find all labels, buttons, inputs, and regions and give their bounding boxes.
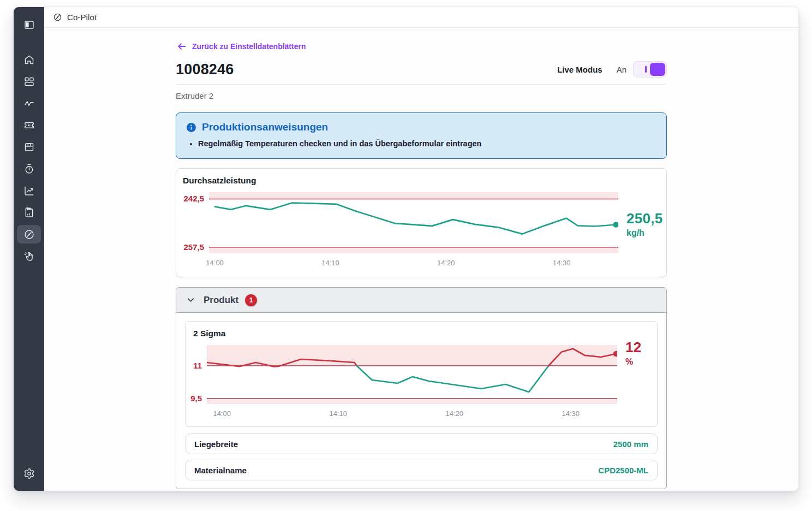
current-value-number: 250,5: [626, 211, 663, 226]
x-axis-tick: 14:10: [314, 259, 347, 267]
current-value: 250,5kg/h: [626, 211, 663, 239]
produkt-header[interactable]: Produkt 1: [176, 288, 666, 313]
back-link[interactable]: Zurück zu Einstelldatenblättern: [177, 42, 306, 51]
chart-title: Durchsatzleistung: [182, 176, 661, 186]
clipboard-icon: [23, 207, 35, 218]
durchsatzleistung-card: Durchsatzleistung 242,5257,514:0014:1014…: [176, 168, 667, 277]
ticket-icon: [23, 120, 35, 131]
x-axis-tick: 14:30: [554, 409, 587, 418]
produkt-section: Produkt 1 2 Sigma 119,514:0014:1014:2014…: [176, 287, 667, 489]
live-modus-cluster: Live Modus An: [557, 61, 667, 78]
sidebar-item-reports[interactable]: [17, 201, 41, 223]
sidebar-item-ticket[interactable]: [17, 114, 41, 136]
y-axis-label: 257,5: [182, 241, 204, 253]
current-value-unit: %: [625, 356, 642, 368]
materialname-row: Materialname CPD2500-ML: [185, 460, 658, 480]
chart-plot: [209, 192, 618, 253]
hand-pointer-icon: [23, 251, 35, 262]
sidebar-item-activity[interactable]: [17, 92, 41, 114]
produkt-count-badge: 1: [245, 294, 257, 306]
x-axis-tick: 14:30: [545, 259, 578, 267]
sidebar-item-dashboard[interactable]: [17, 70, 41, 92]
app-title: Co-Pilot: [67, 13, 97, 22]
toggle-on-mark: [645, 66, 647, 73]
info-box-item: Regelmäßig Temperaturen checken und in d…: [198, 138, 656, 149]
activity-icon: [23, 98, 35, 109]
y-axis-label: 242,5: [182, 193, 204, 205]
sigma-chart: 119,514:0014:1014:2014:3012%: [190, 345, 653, 421]
home-icon: [23, 54, 35, 66]
current-value: 12%: [625, 340, 642, 368]
row-label: Liegebreite: [194, 439, 238, 449]
produkt-body: 2 Sigma 119,514:0014:1014:2014:3012% Lie…: [176, 313, 666, 489]
toggle-knob: [650, 63, 665, 76]
x-axis-tick: 14:20: [438, 409, 471, 418]
content-area: Zurück zu Einstelldatenblättern 1008246 …: [44, 28, 798, 491]
sidebar-item-package[interactable]: [17, 136, 41, 158]
live-modus-state: An: [617, 65, 626, 74]
sidebar-toggle-button[interactable]: [17, 15, 41, 34]
live-modus-toggle[interactable]: [633, 61, 667, 78]
package-icon: [23, 141, 35, 153]
panel-left-icon: [23, 19, 35, 31]
title-row: 1008246 Live Modus An: [176, 61, 667, 85]
durchsatzleistung-chart: 242,5257,514:0014:1014:2014:30250,5kg/h: [182, 192, 661, 271]
timer-icon: [23, 163, 35, 175]
info-box-list: Regelmäßig Temperaturen checken und in d…: [186, 138, 656, 149]
gear-icon: [23, 468, 35, 479]
arrow-left-icon: [177, 42, 187, 51]
row-value: 2500 mm: [613, 439, 648, 449]
row-label: Materialname: [194, 466, 247, 475]
sidebar: [14, 7, 44, 491]
info-icon: [186, 122, 196, 133]
sigma-card: 2 Sigma 119,514:0014:1014:2014:3012%: [185, 321, 658, 427]
current-value-unit: kg/h: [626, 227, 663, 239]
sidebar-item-analytics[interactable]: [17, 180, 41, 201]
y-axis-label: 9,5: [190, 393, 202, 405]
x-axis-tick: 14:10: [322, 409, 355, 418]
compass-icon: [23, 229, 35, 240]
main-area: Co-Pilot Zurück zu Einstelldatenblättern…: [44, 7, 798, 491]
current-value-number: 12: [625, 340, 642, 355]
info-box-header: Produktionsanweisungen: [186, 121, 656, 133]
chart-title: 2 Sigma: [190, 329, 653, 338]
dashboard-icon: [23, 76, 35, 87]
copilot-logo-icon: [53, 13, 62, 22]
sidebar-nav: [17, 49, 41, 267]
sidebar-item-home[interactable]: [17, 49, 41, 70]
sidebar-item-manual-input[interactable]: [17, 245, 41, 267]
x-axis-tick: 14:00: [206, 409, 238, 418]
page-title: 1008246: [176, 61, 234, 78]
info-box-title: Produktionsanweisungen: [202, 121, 328, 133]
sidebar-item-settings[interactable]: [17, 462, 41, 484]
produkt-title: Produkt: [204, 295, 238, 306]
x-axis-tick: 14:20: [429, 259, 462, 267]
row-value: CPD2500-ML: [598, 466, 648, 475]
sidebar-item-copilot[interactable]: [17, 225, 41, 243]
back-link-label: Zurück zu Einstelldatenblättern: [192, 42, 306, 51]
y-axis-label: 11: [190, 360, 202, 372]
live-modus-label: Live Modus: [557, 65, 602, 74]
app-window: Co-Pilot Zurück zu Einstelldatenblättern…: [13, 7, 799, 491]
sidebar-item-timer[interactable]: [17, 158, 41, 180]
page-subtitle: Extruder 2: [176, 91, 667, 100]
x-axis-tick: 14:00: [199, 259, 231, 267]
chevron-down-icon: [186, 295, 196, 305]
info-box: Produktionsanweisungen Regelmäßig Temper…: [176, 112, 667, 159]
line-chart-icon: [23, 185, 35, 197]
topbar: Co-Pilot: [44, 7, 798, 28]
chart-plot: [207, 345, 617, 404]
liegebreite-row: Liegebreite 2500 mm: [185, 433, 658, 454]
